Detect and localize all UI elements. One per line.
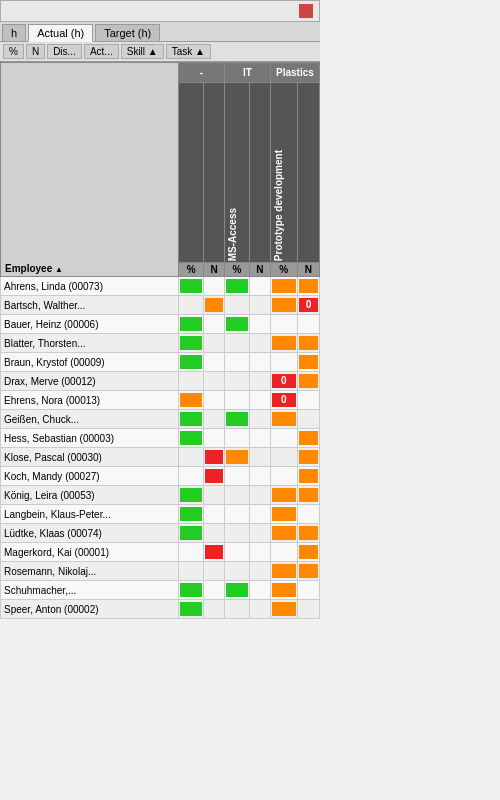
data-cell [297,410,319,429]
data-cell [178,467,203,486]
data-cell [270,277,297,296]
data-cell [270,600,297,619]
tab-target[interactable]: Target (h) [95,24,160,41]
filter-pct[interactable]: % [3,44,24,59]
subh-2-pct: % [224,263,249,277]
employee-name: Magerkord, Kai (00001) [1,543,179,562]
data-cell [204,429,225,448]
data-cell [297,353,319,372]
table-row: Koch, Mandy (00027) [1,467,320,486]
group-plastics: Plastics [270,63,319,83]
filter-act[interactable]: Act... [84,44,119,59]
data-cell [270,505,297,524]
table-row: Hess, Sebastian (00003) [1,429,320,448]
data-cell [178,581,203,600]
table-row: Bauer, Heinz (00006) [1,315,320,334]
employee-name: Bauer, Heinz (00006) [1,315,179,334]
col-plastics-text: Prototype development [273,150,284,261]
filter-n[interactable]: N [26,44,45,59]
employee-name: Klose, Pascal (00030) [1,448,179,467]
data-cell [224,315,249,334]
data-cell [270,353,297,372]
data-cell [270,429,297,448]
employee-name: Schuhmacher,... [1,581,179,600]
data-cell [270,543,297,562]
data-cell [270,562,297,581]
data-cell [178,353,203,372]
data-cell [224,543,249,562]
data-cell [224,448,249,467]
employee-name: Speer, Anton (00002) [1,600,179,619]
employee-col-spacer: Employee ▲ [1,63,179,277]
data-cell [297,467,319,486]
data-cell [250,524,271,543]
employee-name: König, Leira (00053) [1,486,179,505]
tab-actual[interactable]: Actual (h) [28,24,93,42]
data-cell [250,372,271,391]
data-cell [204,410,225,429]
table-row: König, Leira (00053) [1,486,320,505]
group-it: IT [224,63,270,83]
data-cell [204,334,225,353]
data-cell [178,600,203,619]
employee-name: Blatter, Thorsten... [1,334,179,353]
sort-arrow[interactable]: ▲ [55,265,63,274]
table-row: Langbein, Klaus-Peter... [1,505,320,524]
data-cell [224,486,249,505]
data-cell [250,581,271,600]
close-button[interactable] [299,4,313,18]
data-cell [270,581,297,600]
subh-3-pct: % [270,263,297,277]
data-cell [270,410,297,429]
employee-name: Bartsch, Walther... [1,296,179,315]
data-cell [204,581,225,600]
data-cell [178,296,203,315]
data-cell [204,372,225,391]
col-it-n [250,83,271,263]
group-dash: - [178,63,224,83]
tab-bar: h Actual (h) Target (h) [0,22,320,42]
data-cell [204,353,225,372]
data-cell [204,562,225,581]
data-cell [224,581,249,600]
data-cell [224,277,249,296]
data-cell [204,486,225,505]
data-cell [250,505,271,524]
filter-dis[interactable]: Dis... [47,44,82,59]
employee-header-label: Employee [5,263,52,274]
subh-1-pct: % [178,263,203,277]
employee-name: Drax, Merve (00012) [1,372,179,391]
data-cell [204,600,225,619]
data-cell [178,315,203,334]
col-it-label: MS-Access [224,83,249,263]
data-cell: 0 [270,372,297,391]
data-cell [270,315,297,334]
data-cell [250,600,271,619]
data-cell [250,410,271,429]
filter-task[interactable]: Task ▲ [166,44,211,59]
data-cell [204,296,225,315]
table-row: Geißen, Chuck... [1,410,320,429]
data-cell [297,581,319,600]
col-dash-n [204,83,225,263]
filter-skill[interactable]: Skill ▲ [121,44,164,59]
data-cell [250,334,271,353]
data-cell [270,524,297,543]
data-cell [224,391,249,410]
employee-name: Ehrens, Nora (00013) [1,391,179,410]
col-plastics-label: Prototype development [270,83,297,263]
employee-name: Ahrens, Linda (00073) [1,277,179,296]
table-row: Schuhmacher,... [1,581,320,600]
table-row: Rosemann, Nikolaj... [1,562,320,581]
data-cell [178,334,203,353]
data-cell [297,429,319,448]
data-cell [297,543,319,562]
table-row: Magerkord, Kai (00001) [1,543,320,562]
tab-h[interactable]: h [2,24,26,41]
data-cell [250,315,271,334]
data-cell [204,391,225,410]
data-cell [178,524,203,543]
data-cell [297,562,319,581]
table-row: Lüdtke, Klaas (00074) [1,524,320,543]
employee-name: Rosemann, Nikolaj... [1,562,179,581]
